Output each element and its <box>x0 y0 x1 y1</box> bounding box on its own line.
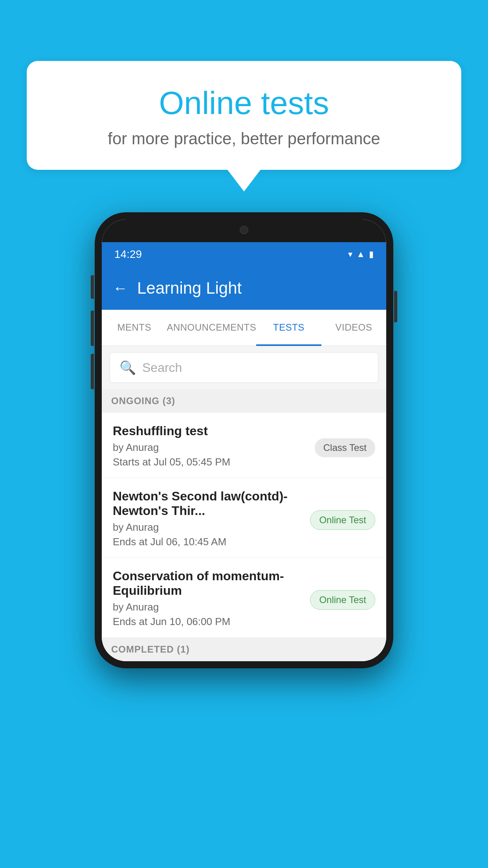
search-icon: 🔍 <box>119 360 136 375</box>
search-container: 🔍 Search <box>102 346 386 389</box>
completed-section-header: COMPLETED (1) <box>102 638 386 661</box>
camera <box>240 226 248 234</box>
test-badge-3: Online Test <box>310 590 375 610</box>
test-item-3[interactable]: Conservation of momentum-Equilibrium by … <box>102 558 386 638</box>
test-item-2[interactable]: Newton's Second law(contd)-Newton's Thir… <box>102 478 386 558</box>
test-author-2: by Anurag <box>113 521 302 533</box>
back-button[interactable]: ← <box>113 280 128 297</box>
test-item-1[interactable]: Reshuffling test by Anurag Starts at Jul… <box>102 413 386 478</box>
test-author-3: by Anurag <box>113 601 302 613</box>
test-badge-1: Class Test <box>315 438 375 457</box>
tab-tests[interactable]: TESTS <box>256 310 321 346</box>
battery-icon: ▮ <box>369 249 374 259</box>
tab-ments[interactable]: MENTS <box>102 310 167 346</box>
volume-down-button <box>91 311 94 346</box>
volume-up-button <box>91 275 94 299</box>
search-placeholder: Search <box>142 360 182 375</box>
test-date-1: Starts at Jul 05, 05:45 PM <box>113 456 307 468</box>
app-bar: ← Learning Light <box>102 267 386 310</box>
speech-bubble: Online tests for more practice, better p… <box>27 61 461 170</box>
silent-button <box>91 354 94 389</box>
tab-announcements[interactable]: ANNOUNCEMENTS <box>167 310 256 346</box>
phone-screen: 14:29 ▾ ▲ ▮ ← Learning Light MENTS ANNOU… <box>102 219 386 661</box>
tab-videos[interactable]: VIDEOS <box>321 310 386 346</box>
power-button <box>394 291 397 322</box>
notch-cutout <box>209 220 279 240</box>
test-badge-2: Online Test <box>310 510 375 530</box>
app-title: Learning Light <box>137 279 242 298</box>
test-info-3: Conservation of momentum-Equilibrium by … <box>113 569 302 628</box>
phone-frame: 14:29 ▾ ▲ ▮ ← Learning Light MENTS ANNOU… <box>95 212 393 668</box>
tabs-bar: MENTS ANNOUNCEMENTS TESTS VIDEOS <box>102 310 386 346</box>
search-input[interactable]: 🔍 Search <box>110 352 378 383</box>
test-title-2: Newton's Second law(contd)-Newton's Thir… <box>113 489 302 518</box>
status-icons: ▾ ▲ ▮ <box>348 249 374 259</box>
speech-bubble-subtitle: for more practice, better performance <box>58 129 430 148</box>
test-info-2: Newton's Second law(contd)-Newton's Thir… <box>113 489 302 548</box>
test-title-3: Conservation of momentum-Equilibrium <box>113 569 302 598</box>
signal-icon: ▲ <box>356 249 365 259</box>
test-list: Reshuffling test by Anurag Starts at Jul… <box>102 413 386 638</box>
test-title-1: Reshuffling test <box>113 424 307 438</box>
speech-bubble-arrow <box>227 170 261 191</box>
phone-notch <box>102 219 386 242</box>
test-date-2: Ends at Jul 06, 10:45 AM <box>113 536 302 548</box>
phone-container: 14:29 ▾ ▲ ▮ ← Learning Light MENTS ANNOU… <box>95 212 393 668</box>
ongoing-section-header: ONGOING (3) <box>102 389 386 413</box>
test-info-1: Reshuffling test by Anurag Starts at Jul… <box>113 424 307 468</box>
status-bar: 14:29 ▾ ▲ ▮ <box>102 242 386 267</box>
test-date-3: Ends at Jun 10, 06:00 PM <box>113 616 302 628</box>
status-time: 14:29 <box>114 248 142 261</box>
speech-bubble-title: Online tests <box>58 85 430 121</box>
test-author-1: by Anurag <box>113 441 307 454</box>
speech-bubble-container: Online tests for more practice, better p… <box>27 61 461 191</box>
wifi-icon: ▾ <box>348 249 352 259</box>
